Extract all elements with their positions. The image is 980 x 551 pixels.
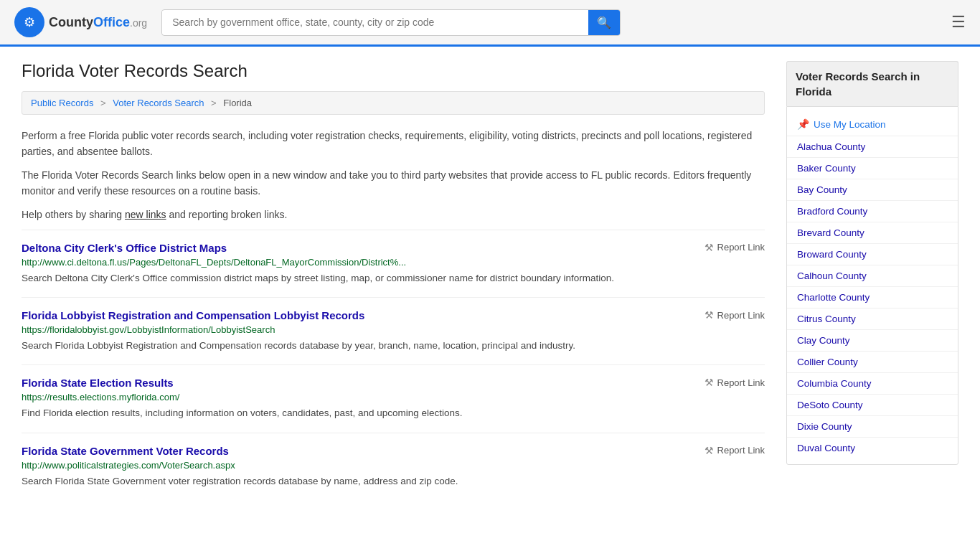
sidebar-county-calhoun-county[interactable]: Calhoun County (787, 265, 958, 287)
result-item: Deltona City Clerk's Office District Map… (22, 230, 765, 297)
location-icon: 📌 (797, 118, 809, 130)
result-desc-2: Find Florida election results, including… (22, 406, 765, 420)
result-item: Florida Lobbyist Registration and Compen… (22, 297, 765, 364)
report-link-btn-2[interactable]: ⚒ Report Link (705, 377, 765, 388)
result-header: Florida State Election Results ⚒ Report … (22, 377, 765, 389)
description-3-pre: Help others by sharing (22, 209, 125, 220)
sidebar-county-citrus-county[interactable]: Citrus County (787, 309, 958, 330)
result-desc-0: Search Deltona City Clerk's Office commi… (22, 271, 765, 286)
result-desc-3: Search Florida State Government voter re… (22, 474, 765, 489)
sidebar-county-baker-county[interactable]: Baker County (787, 158, 958, 179)
sidebar-county-charlotte-county[interactable]: Charlotte County (787, 287, 958, 309)
result-title-3[interactable]: Florida State Government Voter Records (22, 445, 229, 457)
sidebar-county-alachua-county[interactable]: Alachua County (787, 136, 958, 158)
page-title: Florida Voter Records Search (22, 61, 765, 81)
result-url-0: http://www.ci.deltona.fl.us/Pages/Delton… (22, 257, 765, 268)
result-header: Deltona City Clerk's Office District Map… (22, 242, 765, 254)
result-header: Florida State Government Voter Records ⚒… (22, 445, 765, 457)
result-item: Florida State Government Voter Records ⚒… (22, 433, 765, 500)
result-title-1[interactable]: Florida Lobbyist Registration and Compen… (22, 309, 364, 321)
breadcrumb-florida: Florida (223, 98, 252, 108)
results-list: Deltona City Clerk's Office District Map… (22, 230, 765, 500)
result-item: Florida State Election Results ⚒ Report … (22, 364, 765, 432)
report-link-btn-0[interactable]: ⚒ Report Link (705, 242, 765, 253)
report-link-label-0: Report Link (717, 242, 765, 253)
sidebar-county-brevard-county[interactable]: Brevard County (787, 222, 958, 244)
result-url-3: http://www.politicalstrategies.com/Voter… (22, 460, 765, 471)
description-3-post: and reporting broken links. (166, 209, 288, 220)
breadcrumb-public-records[interactable]: Public Records (31, 98, 93, 108)
sidebar-body: 📌 Use My Location Alachua CountyBaker Co… (786, 106, 958, 465)
menu-button[interactable]: ☰ (951, 13, 966, 32)
description-2: The Florida Voter Records Search links b… (22, 167, 765, 199)
search-bar: 🔍 (161, 9, 621, 36)
breadcrumb: Public Records > Voter Records Search > … (22, 91, 765, 115)
logo-office: Office (93, 15, 130, 29)
sidebar-title: Voter Records Search in Florida (786, 61, 958, 106)
logo-text: CountyOffice.org (49, 15, 147, 30)
sidebar-county-dixie-county[interactable]: Dixie County (787, 416, 958, 438)
result-title-0[interactable]: Deltona City Clerk's Office District Map… (22, 242, 227, 254)
result-header: Florida Lobbyist Registration and Compen… (22, 309, 765, 321)
report-link-label-3: Report Link (717, 445, 765, 456)
logo[interactable]: ⚙ CountyOffice.org (14, 7, 147, 37)
logo-suffix: .org (130, 17, 147, 29)
report-link-label-2: Report Link (717, 377, 765, 388)
county-links-container: Alachua CountyBaker CountyBay CountyBrad… (787, 136, 958, 458)
report-icon-2: ⚒ (705, 377, 714, 388)
result-url-1: https://floridalobbyist.gov/LobbyistInfo… (22, 324, 765, 335)
sidebar-county-desoto-county[interactable]: DeSoto County (787, 395, 958, 416)
report-link-btn-3[interactable]: ⚒ Report Link (705, 445, 765, 456)
report-link-label-1: Report Link (717, 310, 765, 321)
sidebar-county-duval-county[interactable]: Duval County (787, 438, 958, 458)
search-input[interactable] (162, 11, 588, 34)
report-icon-3: ⚒ (705, 445, 714, 456)
content-area: Florida Voter Records Search Public Reco… (22, 61, 765, 500)
sidebar-county-bay-county[interactable]: Bay County (787, 179, 958, 201)
report-icon-0: ⚒ (705, 242, 714, 253)
result-title-2[interactable]: Florida State Election Results (22, 377, 174, 389)
new-links-link[interactable]: new links (125, 209, 166, 220)
use-my-location-label: Use My Location (814, 119, 886, 130)
sidebar-county-bradford-county[interactable]: Bradford County (787, 201, 958, 222)
site-header: ⚙ CountyOffice.org 🔍 ☰ (0, 0, 980, 47)
breadcrumb-sep-2: > (211, 98, 217, 108)
sidebar-county-columbia-county[interactable]: Columbia County (787, 373, 958, 395)
sidebar-county-clay-county[interactable]: Clay County (787, 330, 958, 352)
logo-icon: ⚙ (14, 7, 44, 37)
description-3: Help others by sharing new links and rep… (22, 207, 765, 222)
sidebar: Voter Records Search in Florida 📌 Use My… (786, 61, 958, 500)
search-button[interactable]: 🔍 (588, 10, 620, 35)
description-1: Perform a free Florida public voter reco… (22, 128, 765, 160)
report-link-btn-1[interactable]: ⚒ Report Link (705, 309, 765, 321)
breadcrumb-voter-records[interactable]: Voter Records Search (113, 98, 204, 108)
sidebar-county-collier-county[interactable]: Collier County (787, 352, 958, 373)
sidebar-county-broward-county[interactable]: Broward County (787, 244, 958, 265)
report-icon-1: ⚒ (705, 309, 714, 321)
result-url-2: https://results.elections.myflorida.com/ (22, 392, 765, 402)
result-desc-1: Search Florida Lobbyist Registration and… (22, 339, 765, 353)
use-my-location[interactable]: 📌 Use My Location (787, 113, 958, 136)
breadcrumb-sep-1: > (100, 98, 106, 108)
main-container: Florida Voter Records Search Public Reco… (0, 47, 980, 514)
